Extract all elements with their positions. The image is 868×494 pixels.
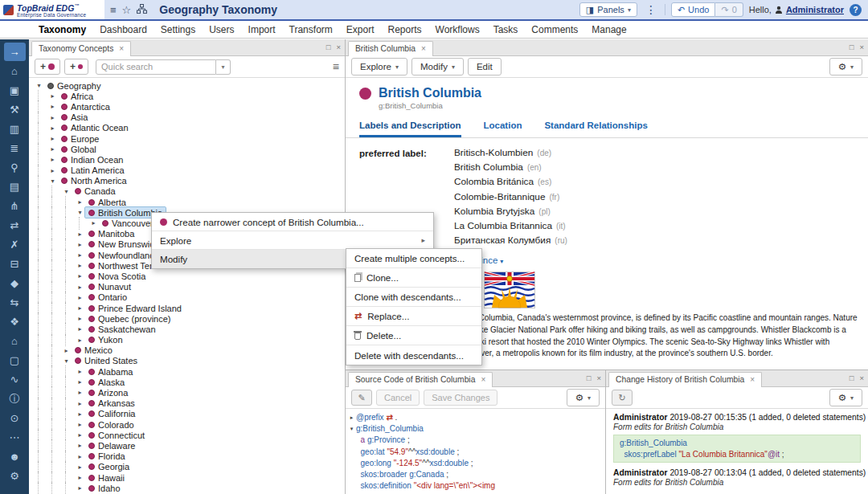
menu-item-transform[interactable]: Transform: [289, 24, 333, 35]
close-panel-icon[interactable]: ×: [859, 374, 864, 382]
tree-item-mexico[interactable]: ▸Mexico: [34, 345, 345, 356]
tree-item-delaware[interactable]: ▸Delaware: [34, 440, 345, 451]
tree-item-prince-edward-island[interactable]: ▸Prince Edward Island: [34, 303, 345, 313]
reports-icon[interactable]: ▥: [4, 120, 26, 138]
tree-node[interactable]: Africa: [58, 91, 96, 101]
collapse-icon[interactable]: ▾: [61, 356, 72, 366]
expand-icon[interactable]: ▸: [75, 472, 85, 483]
close-panel-icon[interactable]: ×: [336, 43, 341, 51]
user-link[interactable]: Administrator: [786, 5, 844, 14]
tab-taxonomy-concepts[interactable]: Taxonomy Concepts ×: [31, 41, 131, 56]
expand-icon[interactable]: ▸: [75, 409, 85, 419]
settings-icon[interactable]: ⚙: [4, 467, 26, 485]
close-panel-icon[interactable]: ×: [596, 374, 601, 382]
governance-icon[interactable]: ⌂: [4, 332, 26, 350]
close-tab-icon[interactable]: ×: [421, 45, 426, 53]
lists-icon[interactable]: ≣: [4, 139, 26, 157]
swap-icon[interactable]: ⇆: [4, 293, 26, 312]
tree-node[interactable]: Latin America: [58, 165, 128, 176]
menu-item-settings[interactable]: Settings: [161, 24, 195, 35]
tree-node[interactable]: Antarctica: [58, 101, 113, 112]
more-icon[interactable]: ⋯: [4, 428, 26, 447]
expand-icon[interactable]: ▸: [88, 218, 99, 228]
expand-icon[interactable]: ▸: [47, 101, 58, 112]
expand-icon[interactable]: ▸: [75, 366, 85, 377]
expand-icon[interactable]: ▸: [75, 483, 85, 493]
modify-button[interactable]: Modify▾: [411, 58, 464, 76]
tree-item-alaska[interactable]: ▸Alaska: [34, 377, 345, 387]
expand-icon[interactable]: ▸: [75, 260, 85, 271]
expand-icon[interactable]: ▸: [75, 430, 85, 440]
form-tab-location[interactable]: Location: [484, 120, 522, 137]
expand-icon[interactable]: ▸: [75, 271, 85, 281]
tree-item-yukon[interactable]: ▸Yukon: [34, 335, 345, 345]
tree-item-asia[interactable]: ▸Asia: [34, 112, 345, 123]
menu-item-dashboard[interactable]: Dashboard: [100, 24, 147, 35]
explore-button[interactable]: Explore▾: [351, 58, 407, 76]
tag-icon[interactable]: ◆: [4, 274, 26, 292]
tree-node[interactable]: United States: [72, 356, 141, 366]
redo-button[interactable]: ↷0: [715, 2, 743, 17]
context-menu-item-replace[interactable]: ⇄Replace...: [346, 307, 481, 326]
close-tab-icon[interactable]: ×: [750, 376, 755, 384]
tree-item-arizona[interactable]: ▸Arizona: [34, 387, 345, 398]
hierarchy-icon[interactable]: ⋔: [4, 197, 26, 215]
expand-icon[interactable]: ▸: [75, 250, 85, 260]
expand-icon[interactable]: ▸: [75, 440, 85, 451]
form-tab-standard-relationships[interactable]: Standard Relationships: [544, 120, 647, 137]
tree-node[interactable]: Saskatchewan: [85, 324, 159, 334]
tree-item-connecticut[interactable]: ▸Connecticut: [34, 430, 345, 440]
tree-node[interactable]: Vancouver: [99, 218, 157, 229]
assets-icon[interactable]: ▣: [4, 81, 26, 100]
panel-settings-button[interactable]: ⚙▾: [567, 389, 600, 406]
expand-icon[interactable]: ▸: [75, 377, 85, 387]
tree-item-nova-scotia[interactable]: ▸Nova Scotia: [34, 271, 345, 281]
expand-icon[interactable]: ▸: [47, 112, 58, 123]
help-button[interactable]: ?: [850, 4, 862, 16]
tree-node[interactable]: Nunavut: [85, 282, 134, 292]
expand-sidebar-icon[interactable]: →: [4, 43, 26, 61]
tree-item-indian-ocean[interactable]: ▸Indian Ocean: [34, 154, 345, 165]
transform-icon[interactable]: ⇄: [4, 216, 26, 235]
expand-icon[interactable]: ▸: [47, 165, 58, 176]
archive-icon[interactable]: ⊟: [4, 255, 26, 273]
close-panel-icon[interactable]: ×: [859, 43, 864, 51]
analytics-icon[interactable]: ∿: [4, 370, 26, 389]
tree-item-idaho[interactable]: ▸Idaho: [34, 483, 345, 493]
collections-icon[interactable]: ❖: [4, 312, 26, 331]
edit-source-button[interactable]: ✎: [351, 390, 372, 406]
menu-item-import[interactable]: Import: [248, 24, 276, 35]
panel-menu-icon[interactable]: ≡: [333, 61, 339, 72]
expand-icon[interactable]: ▸: [75, 303, 85, 313]
tree-node[interactable]: Yukon: [85, 335, 126, 345]
context-menu-item-clone-with-descendants[interactable]: Clone with descendants...: [346, 288, 481, 307]
expand-icon[interactable]: ▸: [75, 229, 85, 239]
tree-item-latin-america[interactable]: ▸Latin America: [34, 165, 345, 176]
turtle-source-code[interactable]: ▸@prefix ⇄ .▾g:British_Columbia a g:Prov…: [346, 409, 605, 494]
tree-node[interactable]: Alabama: [85, 366, 136, 377]
tree-item-saskatchewan[interactable]: ▸Saskatchewan: [34, 324, 345, 334]
tree-node[interactable]: Geography: [44, 80, 104, 91]
tree-node[interactable]: Nova Scotia: [85, 271, 149, 281]
close-tab-icon[interactable]: ×: [119, 45, 124, 53]
expand-icon[interactable]: ▸: [47, 123, 58, 133]
expand-icon[interactable]: ▸: [75, 197, 85, 207]
maximize-panel-icon[interactable]: □: [850, 43, 854, 51]
undo-button[interactable]: ↶Undo: [671, 2, 716, 17]
tree-node[interactable]: Georgia: [85, 462, 133, 472]
tree-node[interactable]: North America: [58, 176, 130, 186]
kebab-menu-button[interactable]: ⋮: [643, 2, 659, 17]
tree-item-geography[interactable]: ▾Geography: [34, 80, 345, 91]
collapse-icon[interactable]: ▾: [61, 186, 72, 197]
tree-node[interactable]: Hawaii: [85, 472, 128, 483]
tree-node[interactable]: Prince Edward Island: [85, 303, 185, 313]
collapse-icon[interactable]: ▾: [34, 80, 44, 91]
home-icon[interactable]: ⌂: [4, 62, 26, 80]
context-menu-item-clone[interactable]: Clone...: [346, 268, 481, 288]
tree-item-quebec-province[interactable]: ▸Quebec (province): [34, 313, 345, 324]
power-icon[interactable]: ⊙: [4, 409, 26, 427]
expand-icon[interactable]: ▸: [75, 239, 85, 250]
create-concept-button[interactable]: +: [35, 59, 60, 75]
menu-item-workflows[interactable]: Workflows: [436, 24, 480, 35]
display-icon[interactable]: ▢: [4, 351, 26, 369]
